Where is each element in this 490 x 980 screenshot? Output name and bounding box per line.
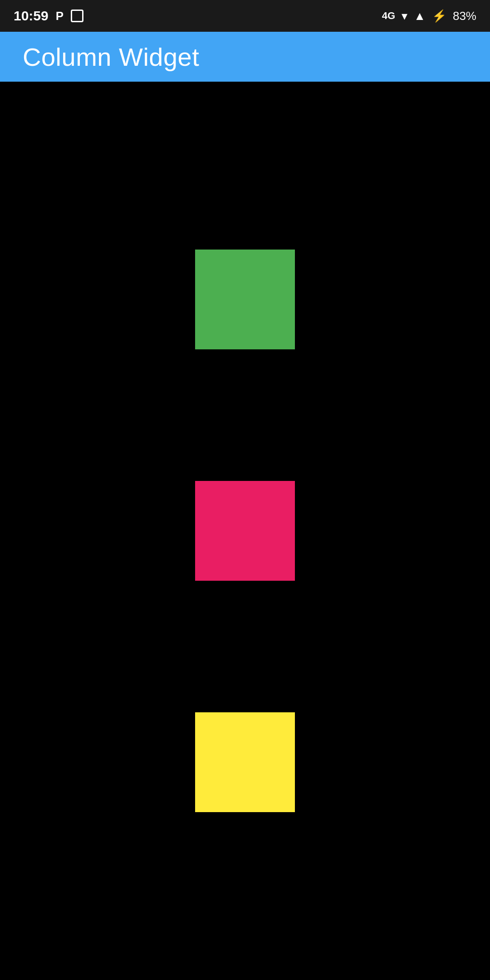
battery-icon: ⚡ — [432, 9, 446, 23]
status-time: 10:59 — [14, 8, 49, 24]
main-content — [0, 82, 490, 980]
page-title: Column Widget — [23, 42, 199, 72]
yellow-box — [195, 712, 295, 812]
square-icon — [71, 10, 83, 22]
status-left: 10:59 P — [14, 8, 83, 24]
green-box — [195, 250, 295, 349]
wifi-icon: ▾ — [402, 9, 407, 23]
app-bar: Column Widget — [0, 32, 490, 82]
parking-icon: P — [56, 9, 64, 23]
status-right: 4G ▾ ▲ ⚡ 83% — [382, 9, 476, 23]
pink-box — [195, 481, 295, 581]
status-bar: 10:59 P 4G ▾ ▲ ⚡ 83% — [0, 0, 490, 32]
signal-bars-icon: ▲ — [414, 9, 426, 23]
4g-icon: 4G — [382, 10, 395, 22]
battery-percent: 83% — [453, 9, 476, 23]
